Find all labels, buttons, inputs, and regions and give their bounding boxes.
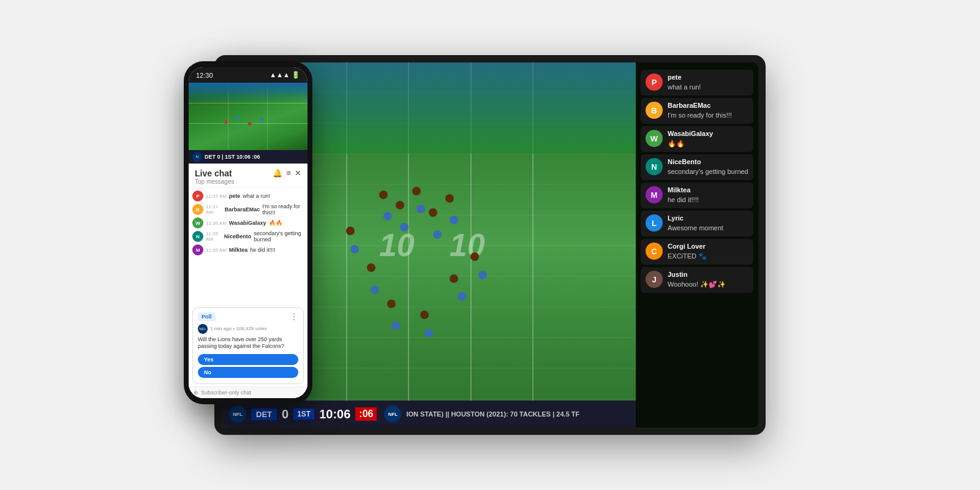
phone-nfl-logo: N: [192, 152, 202, 162]
phone-bell-icon[interactable]: 🔔: [273, 168, 282, 178]
phone-chat-title: Live chat: [195, 168, 234, 178]
score-marquee: ION STATE) || HOUSTON (2021): 70 TACKLES…: [406, 410, 628, 418]
phone-msg-content: I'm so ready for this!!!: [262, 203, 304, 216]
tv-chat-avatar: N: [646, 158, 663, 175]
phone-poll-option-no[interactable]: No: [198, 367, 298, 378]
subscriber-label: Subscriber-only chat: [201, 390, 251, 396]
player: [383, 212, 392, 221]
tv-chat-message: M Milktea he did it!!!!: [641, 183, 753, 208]
player: [433, 230, 442, 239]
tv-chat-message: B BarbaraEMac I'm so ready for this!!!: [641, 98, 753, 124]
tv-chat-content: secondary's getting burned: [668, 168, 748, 175]
tv-chat-message: C Corgi Lover EXCiTED 🐾: [641, 239, 753, 265]
player: [379, 190, 388, 199]
tv-chat-message: L Lyric Awesome moment: [641, 211, 753, 236]
phone-chat-message: M 11:35 AM Milktea he did it!!!!: [192, 244, 304, 255]
tv-chat-text: Corgi Lover EXCiTED 🐾: [668, 243, 748, 261]
tv-chat-message: J Justin Woohooo! ✨💕✨: [641, 267, 753, 293]
tv-chat-username: BarbaraEMac: [668, 102, 748, 109]
tv-chat-username: WasabiGalaxy: [668, 130, 748, 137]
phone-msg-username: BarbaraEMac: [225, 206, 260, 213]
phone-msg-avatar: M: [192, 244, 203, 255]
tv-chat-avatar: B: [646, 102, 663, 119]
phone-chat-message: P 11:37 AM pete what a run!: [192, 190, 304, 202]
subscriber-icon: ⊛: [194, 390, 198, 396]
phone-msg-avatar: W: [192, 217, 203, 228]
tv-chat-username: Lyric: [668, 214, 748, 222]
tv-chat-username: NiceBento: [668, 158, 748, 165]
phone-chat-area: Live chat Top messages 🔔 ≡ ✕ P 11:37 A: [189, 164, 307, 398]
phone-msg-time: 11:35 AM: [206, 247, 227, 253]
tv-chat-message: N NiceBento secondary's getting burned: [641, 154, 753, 180]
phone-subscriber-bar: ⊛ Subscriber-only chat: [189, 386, 307, 398]
tv-chat-username: pete: [668, 74, 748, 81]
tv-chat-username: Corgi Lover: [668, 243, 748, 250]
phone-messages: P 11:37 AM pete what a run! B 11:37 AM B…: [189, 188, 307, 305]
tv-chat-message: W WasabiGalaxy 🔥🔥: [641, 126, 753, 152]
player: [412, 187, 421, 195]
tv-chat-avatar: J: [646, 271, 663, 288]
phone-msg-content: 🔥🔥: [269, 220, 282, 226]
phone-chat-header: Live chat Top messages 🔔 ≡ ✕: [189, 164, 307, 188]
phone-poll-option-yes[interactable]: Yes: [198, 354, 298, 365]
score-bar: NFL DET 0 1ST 10:06 :06 NFL ION STATE) |…: [222, 401, 636, 428]
chat-sidebar: P pete what a run! B BarbaraEMac I'm so …: [636, 62, 758, 428]
phone-player: [260, 118, 263, 121]
tv-chat-text: Lyric Awesome moment: [668, 214, 748, 233]
phone-poll-menu[interactable]: ⋮: [290, 312, 298, 322]
tv-chat-content: what a run!: [668, 83, 701, 91]
player: [367, 263, 375, 272]
tv-chat-text: pete what a run!: [668, 74, 748, 92]
phone-msg-time: 11:36 AM: [206, 221, 227, 226]
phone-video: [189, 83, 307, 150]
phone-score-bar: N DET 0 | 1ST 10:06 :06: [189, 150, 307, 164]
tv-chat-content: Woohooo! ✨💕✨: [668, 281, 726, 288]
phone-msg-content: what a run!: [243, 193, 270, 199]
tv-chat-username: Justin: [668, 271, 748, 278]
phone-poll-nfl-logo: NFL: [198, 324, 208, 334]
phone-poll-source: NFL 1 min ago • 108,429 votes: [198, 324, 298, 334]
phone-poll-card: Poll ⋮ NFL 1 min ago • 108,429 votes Wil…: [192, 307, 304, 384]
phone-status-bar: 12:30 ▲▲▲ 🔋: [189, 67, 307, 83]
nfl-logo-2: NFL: [384, 405, 401, 423]
phone-msg-time: 11:37 AM: [206, 204, 222, 215]
phone-screen: 12:30 ▲▲▲ 🔋: [189, 67, 307, 398]
phone-msg-username: NiceBento: [224, 233, 252, 239]
player: [346, 227, 355, 235]
tv-chat-username: Milktea: [668, 186, 748, 194]
phone-poll-badge: Poll: [198, 312, 216, 321]
score-home-team: DET: [251, 409, 277, 420]
player: [470, 252, 479, 261]
game-clock: 10:06: [319, 407, 350, 421]
phone-chat-message: W 11:36 AM WasabiGalaxy 🔥🔥: [192, 217, 304, 228]
player: [371, 285, 379, 294]
phone-player: [248, 122, 252, 126]
phone-chat-message: B 11:37 AM BarbaraEMac I'm so ready for …: [192, 203, 304, 216]
tv-chat-avatar: C: [646, 243, 663, 260]
phone-chat-subtitle: Top messages: [195, 178, 234, 185]
phone-poll-header: Poll ⋮: [198, 312, 298, 322]
phone-filter-icon[interactable]: ≡: [286, 168, 291, 178]
phone-score-text: DET 0 | 1ST 10:06 :06: [205, 154, 260, 160]
phone-msg-content: secondary's getting burned: [254, 230, 304, 243]
player: [445, 194, 454, 203]
tv-chat-avatar: P: [646, 74, 663, 91]
tv-chat-message: P pete what a run!: [641, 70, 753, 96]
phone-msg-avatar: B: [192, 204, 203, 215]
phone-close-icon[interactable]: ✕: [295, 168, 301, 178]
phone-poll-meta: 1 min ago • 108,429 votes: [210, 326, 267, 331]
phone-signal-icons: ▲▲▲ 🔋: [270, 71, 300, 79]
phone-player: [224, 120, 228, 124]
tv-chat-avatar: L: [646, 214, 663, 232]
tv-chat-text: Milktea he did it!!!!: [668, 186, 748, 205]
phone-player: [236, 116, 240, 120]
phone-msg-username: WasabiGalaxy: [229, 220, 266, 226]
phone-msg-time: 11:37 AM: [206, 194, 227, 199]
phone-msg-content: he did it!!!!: [250, 247, 276, 253]
phone-frame: 12:30 ▲▲▲ 🔋: [184, 61, 312, 404]
player: [400, 223, 409, 232]
tv-chat-content: 🔥🔥: [668, 140, 685, 147]
player: [450, 274, 458, 283]
tv-chat-content: he did it!!!!: [668, 196, 699, 203]
tv-chat-avatar: W: [646, 130, 663, 147]
